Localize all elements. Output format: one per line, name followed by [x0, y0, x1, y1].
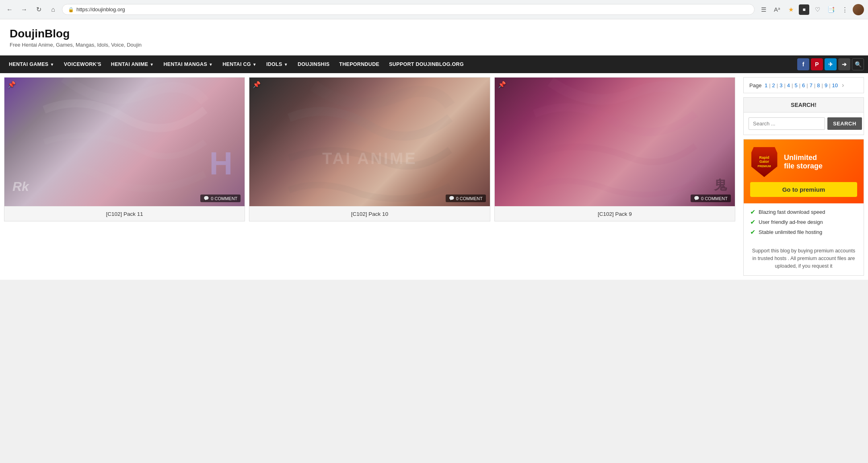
- site-tagline: Free Hentai Anime, Games, Mangas, Idols,…: [10, 42, 858, 48]
- pinterest-button[interactable]: P: [811, 58, 823, 70]
- card-item-3: 📌 鬼 💬 0 COMMENT [C102] Pack 9: [494, 77, 735, 221]
- page-link-5[interactable]: 5: [794, 82, 797, 88]
- dropdown-arrow-2: ▼: [150, 62, 154, 67]
- site-header: DoujinBlog Free Hentai Anime, Games, Man…: [0, 19, 868, 55]
- premium-ad: Rapid Gator PREMIUM Unlimited file stora…: [743, 139, 864, 276]
- page-link-7[interactable]: 7: [810, 82, 812, 88]
- go-premium-button[interactable]: Go to premium: [750, 182, 857, 197]
- page-link-2[interactable]: 2: [772, 82, 775, 88]
- browser-chrome: ← → ↻ ⌂ 🔒 https://doujinblog.org ☰ Aᵃ ★ …: [0, 0, 868, 19]
- profile-avatar[interactable]: [853, 4, 864, 15]
- card-thumbnail-3[interactable]: 📌 鬼 💬 0 COMMENT: [495, 78, 735, 206]
- dropdown-arrow-5: ▼: [284, 62, 288, 67]
- nav-item-hentai-games[interactable]: HENTAI GAMES ▼: [4, 55, 59, 73]
- comment-badge-2: 💬 0 COMMENT: [446, 195, 486, 202]
- check-icon-2: ✔: [750, 218, 755, 226]
- telegram-button[interactable]: ✈: [825, 58, 837, 70]
- forward-button[interactable]: →: [19, 4, 30, 15]
- search-input[interactable]: [749, 117, 825, 130]
- lock-icon: 🔒: [68, 7, 74, 12]
- premium-footer-text: Support this blog by buying premium acco…: [744, 243, 864, 275]
- page-link-8[interactable]: 8: [817, 82, 820, 88]
- card-item-2: 📌 TAI ANIME 💬 0 COMMENT [C102] Pack 10: [249, 77, 490, 221]
- reload-button[interactable]: ↻: [33, 4, 44, 15]
- pagination-widget: Page 1 | 2 | 3 | 4 | 5 | 6 | 7 | 8 | 9 |…: [743, 77, 864, 93]
- page-link-4[interactable]: 4: [787, 82, 790, 88]
- page-link-10[interactable]: 10: [832, 82, 838, 88]
- site-title[interactable]: DoujinBlog: [10, 27, 858, 40]
- login-button[interactable]: ➔: [838, 58, 850, 70]
- pin-icon-2: 📌: [253, 81, 261, 88]
- nav-social-buttons: f P ✈ ➔ 🔍: [797, 58, 864, 70]
- address-bar[interactable]: 🔒 https://doujinblog.org: [62, 4, 755, 15]
- page-link-1[interactable]: 1: [765, 82, 767, 88]
- card-item: 📌 Rk H 💬 0 COMMENT: [4, 77, 245, 221]
- pin-icon-3: 📌: [498, 81, 506, 88]
- comment-icon-2: 💬: [449, 196, 455, 201]
- back-button[interactable]: ←: [4, 4, 15, 15]
- dropdown-arrow: ▼: [50, 62, 54, 67]
- nav-item-hentai-anime[interactable]: HENTAI ANIME ▼: [106, 55, 159, 73]
- card-logo-h: H: [210, 145, 233, 182]
- browser-actions: ☰ Aᵃ ★ ■ ♡ 📑 ⋮: [758, 4, 864, 15]
- shield-shape: Rapid Gator PREMIUM: [751, 147, 777, 177]
- url-text: https://doujinblog.org: [76, 6, 125, 12]
- extensions-button[interactable]: ■: [799, 4, 809, 15]
- premium-headline-1: Unlimited: [784, 154, 857, 162]
- reader-mode-button[interactable]: ☰: [758, 4, 769, 15]
- pin-icon: 📌: [8, 81, 16, 88]
- brush-overlay-2: [249, 78, 490, 206]
- premium-feature-2: ✔ User friendly ad-free design: [750, 218, 857, 226]
- card-kanji-overlay: 鬼: [714, 176, 727, 194]
- comment-icon-3: 💬: [694, 196, 699, 201]
- premium-feature-3: ✔ Stable unlimited file hosting: [750, 228, 857, 236]
- nav-item-hentai-cg[interactable]: HENTAI CG ▼: [218, 55, 261, 73]
- premium-headline-2: file storage: [784, 162, 857, 170]
- overlay-text-2: TAI ANIME: [322, 150, 417, 168]
- nav-item-theporndude[interactable]: THEPORNDUDE: [334, 55, 384, 73]
- home-button[interactable]: ⌂: [47, 4, 59, 15]
- brush-overlay-3: [495, 78, 735, 206]
- page-link-9[interactable]: 9: [825, 82, 827, 88]
- dropdown-arrow-3: ▼: [209, 62, 213, 67]
- nav-search-button[interactable]: 🔍: [852, 58, 864, 70]
- nav-bar: HENTAI GAMES ▼ VOICEWORK'S HENTAI ANIME …: [0, 55, 868, 73]
- dropdown-arrow-4: ▼: [253, 62, 257, 67]
- card-title-bar-2: [C102] Pack 10: [249, 206, 490, 221]
- premium-header-row: Rapid Gator PREMIUM Unlimited file stora…: [750, 146, 857, 178]
- brush-overlay: [4, 78, 245, 206]
- translate-button[interactable]: Aᵃ: [771, 4, 783, 15]
- favorites-button[interactable]: ♡: [812, 4, 823, 15]
- card-title-link-3[interactable]: [C102] Pack 9: [598, 211, 632, 217]
- card-thumbnail-1[interactable]: 📌 Rk H 💬 0 COMMENT: [4, 78, 245, 206]
- premium-text-block: Unlimited file storage: [784, 154, 857, 171]
- page-link-6[interactable]: 6: [802, 82, 805, 88]
- nav-item-support[interactable]: SUPPORT DOUJINBLOG.ORG: [384, 55, 469, 73]
- page-link-3[interactable]: 3: [780, 82, 782, 88]
- card-title-bar-1: [C102] Pack 11: [4, 206, 245, 221]
- sidebar: Page 1 | 2 | 3 | 4 | 5 | 6 | 7 | 8 | 9 |…: [739, 73, 868, 280]
- collections-button[interactable]: 📑: [825, 4, 837, 15]
- bookmark-button[interactable]: ★: [785, 4, 796, 15]
- next-page-arrow[interactable]: ›: [842, 82, 844, 89]
- premium-shield: Rapid Gator PREMIUM: [750, 146, 778, 178]
- card-title-link-1[interactable]: [C102] Pack 11: [106, 211, 143, 217]
- cards-grid: 📌 Rk H 💬 0 COMMENT: [4, 77, 735, 221]
- search-button[interactable]: SEARCH: [827, 117, 862, 130]
- card-title-link-2[interactable]: [C102] Pack 10: [351, 211, 388, 217]
- comment-badge-3: 💬 0 COMMENT: [691, 195, 731, 202]
- search-widget-title: SEARCH!: [744, 98, 864, 113]
- comment-icon: 💬: [204, 196, 209, 201]
- premium-feature-1: ✔ Blazing fast download speed: [750, 208, 857, 216]
- nav-item-idols[interactable]: IDOLS ▼: [261, 55, 293, 73]
- comment-badge-1: 💬 0 COMMENT: [200, 195, 241, 202]
- card-title-bar-3: [C102] Pack 9: [495, 206, 735, 221]
- card-thumbnail-2[interactable]: 📌 TAI ANIME 💬 0 COMMENT: [249, 78, 490, 206]
- premium-ad-inner: Rapid Gator PREMIUM Unlimited file stora…: [744, 139, 864, 203]
- nav-item-voiceworks[interactable]: VOICEWORK'S: [59, 55, 106, 73]
- nav-item-hentai-mangas[interactable]: HENTAI MANGAS ▼: [159, 55, 218, 73]
- premium-features: ✔ Blazing fast download speed ✔ User fri…: [744, 203, 864, 243]
- facebook-button[interactable]: f: [797, 58, 809, 70]
- nav-item-doujinshis[interactable]: DOUJINSHIS: [293, 55, 334, 73]
- more-button[interactable]: ⋮: [839, 4, 850, 15]
